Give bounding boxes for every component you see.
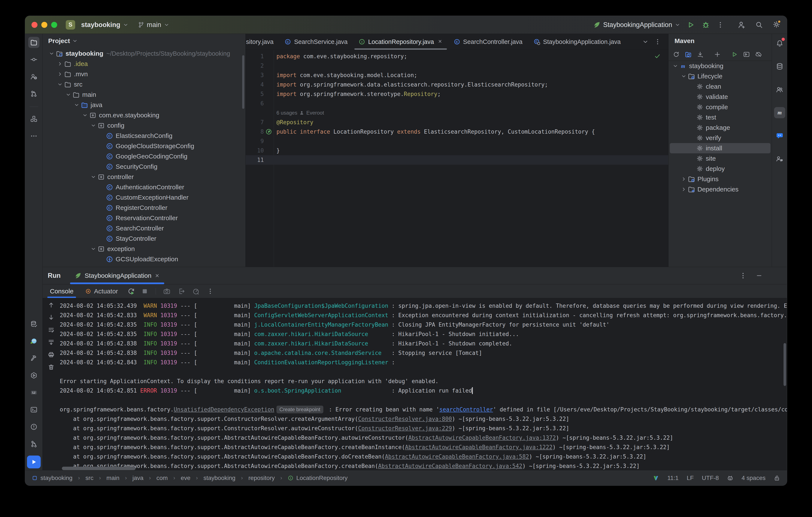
run-button[interactable] bbox=[687, 21, 695, 29]
hide-tool-window-button[interactable] bbox=[756, 272, 762, 279]
project-tree-item-exception[interactable]: exception bbox=[42, 244, 245, 254]
chevron-down-icon[interactable] bbox=[56, 82, 64, 87]
status-item[interactable]: 11:1 bbox=[667, 475, 678, 482]
project-tree-item-RegisterController[interactable]: CRegisterController bbox=[42, 203, 245, 213]
tab-console[interactable]: Console bbox=[48, 284, 76, 298]
console-link[interactable]: AbstractAutowireCapableBeanFactory.java:… bbox=[408, 435, 556, 441]
maven-folder-refresh-button[interactable] bbox=[685, 51, 692, 58]
breadcrumb-item-LocationRepository[interactable]: ILocationRepository bbox=[288, 475, 348, 482]
tool-window-button-collaboration[interactable] bbox=[774, 84, 785, 95]
inspections-ok-icon[interactable] bbox=[654, 53, 661, 60]
project-tree-item-mvn[interactable]: .mvn bbox=[42, 69, 245, 79]
thread-dump-button[interactable] bbox=[163, 288, 170, 295]
search-everywhere-button[interactable] bbox=[755, 21, 763, 29]
maven-item-Plugins[interactable]: Plugins bbox=[670, 174, 771, 184]
maven-item-deploy[interactable]: deploy bbox=[670, 164, 771, 174]
console-arrow-up-button[interactable] bbox=[48, 301, 55, 308]
maven-item-compile[interactable]: compile bbox=[670, 102, 771, 112]
project-tree-item-controller[interactable]: controller bbox=[42, 172, 245, 182]
status-item[interactable]: 4 spaces bbox=[742, 475, 765, 482]
editor-tab-StaybookingApplicationjava[interactable]: CStaybookingApplication.java bbox=[528, 34, 626, 50]
export-button[interactable] bbox=[178, 288, 185, 295]
console-arrow-down-button[interactable] bbox=[48, 314, 55, 321]
chevron-down-icon[interactable] bbox=[89, 123, 97, 128]
maven-item-test[interactable]: test bbox=[670, 112, 771, 122]
spring-bean-icon[interactable] bbox=[265, 128, 272, 135]
chevron-down-icon[interactable] bbox=[89, 246, 97, 252]
maven-cloud-off-button[interactable] bbox=[755, 51, 762, 58]
tool-window-button-build-hammer[interactable] bbox=[28, 353, 39, 364]
maven-item-staybooking[interactable]: mstaybooking bbox=[670, 61, 771, 71]
status-item[interactable]: LF bbox=[687, 475, 694, 482]
maven-item-install[interactable]: install bbox=[670, 143, 771, 153]
robot-icon[interactable] bbox=[727, 475, 733, 481]
console-scroll-end-button[interactable] bbox=[48, 339, 55, 346]
code-author-hint[interactable]: Everoot bbox=[306, 110, 324, 116]
project-tree-item-ElasticsearchConfig[interactable]: CElasticsearchConfig bbox=[42, 131, 245, 141]
project-scrollbar[interactable] bbox=[242, 55, 244, 109]
maven-download-button[interactable] bbox=[697, 51, 704, 58]
chevron-down-icon[interactable] bbox=[72, 102, 81, 108]
status-item[interactable]: UTF-8 bbox=[702, 475, 719, 482]
code-line-5[interactable]: 5import org.springframework.stereotype.R… bbox=[245, 89, 668, 99]
run-tool-window-button[interactable] bbox=[27, 456, 41, 468]
project-panel-header[interactable]: Project bbox=[42, 34, 245, 48]
project-tree-item-config[interactable]: config bbox=[42, 120, 245, 131]
console-options-button[interactable] bbox=[207, 288, 214, 295]
code-line-4[interactable]: 4import org.springframework.data.elastic… bbox=[245, 80, 668, 89]
run-session-tab[interactable]: StaybookingApplication bbox=[70, 267, 164, 284]
vim-icon[interactable] bbox=[653, 475, 659, 481]
tool-window-button-services[interactable] bbox=[28, 370, 39, 381]
maven-panel-header[interactable]: Maven bbox=[669, 34, 772, 48]
chevron-down-icon[interactable] bbox=[642, 38, 648, 45]
project-tree-item-idea[interactable]: .idea bbox=[42, 59, 245, 69]
breadcrumb-item-eve[interactable]: eve bbox=[181, 475, 191, 482]
more-vertical-icon[interactable] bbox=[654, 38, 661, 45]
breadcrumb-item-repository[interactable]: repository bbox=[249, 475, 275, 482]
breadcrumb-item-java[interactable]: java bbox=[132, 475, 143, 482]
tool-window-button-git-branch[interactable] bbox=[28, 438, 39, 450]
console-link[interactable]: AbstractAutowireCapableBeanFactory.java:… bbox=[378, 463, 522, 469]
code-line-10[interactable]: 10} bbox=[245, 146, 668, 155]
close-icon[interactable] bbox=[154, 273, 160, 279]
vcs-branch-widget[interactable]: main bbox=[138, 21, 169, 29]
maven-item-clean[interactable]: clean bbox=[670, 81, 771, 92]
code-line-11[interactable]: 11 bbox=[245, 155, 668, 165]
project-widget[interactable]: S staybooking bbox=[66, 20, 128, 30]
project-tree-item-GoogleGeoCodingConfig[interactable]: CGoogleGeoCodingConfig bbox=[42, 151, 245, 162]
project-tree-item-SearchController[interactable]: CSearchController bbox=[42, 223, 245, 233]
code-with-me-button[interactable] bbox=[738, 21, 746, 29]
code-line-1[interactable]: 1package com.eve.staybooking.repository; bbox=[245, 52, 668, 61]
editor-tab-SearchServicejava[interactable]: CSearchService.java bbox=[279, 34, 353, 50]
console-clear-button[interactable] bbox=[48, 364, 55, 371]
tool-window-button-problems[interactable] bbox=[28, 421, 39, 432]
close-window-button[interactable] bbox=[31, 22, 37, 28]
chevron-right-icon[interactable] bbox=[56, 71, 64, 77]
tool-window-button-user-question[interactable]: ? bbox=[28, 71, 39, 82]
breadcrumb-item-staybooking[interactable]: staybooking bbox=[32, 475, 72, 482]
console[interactable]: 2024-08-02 14:05:32.439 WARN 10319 --- [… bbox=[42, 298, 787, 470]
console-link[interactable]: searchController bbox=[439, 406, 493, 413]
chevron-down-icon[interactable] bbox=[47, 51, 56, 56]
code-line-3[interactable]: 3import com.eve.staybooking.model.Locati… bbox=[245, 70, 668, 80]
tool-window-button-project-folder[interactable] bbox=[28, 37, 39, 48]
project-tree-item-ReservationController[interactable]: CReservationController bbox=[42, 213, 245, 223]
console-soft-wrap-button[interactable] bbox=[48, 326, 55, 333]
unlock-icon[interactable] bbox=[774, 475, 780, 481]
editor-tab-sitoryjava[interactable]: sitory.java bbox=[245, 34, 279, 50]
maven-item-validate[interactable]: validate bbox=[670, 92, 771, 102]
chevron-down-icon[interactable] bbox=[680, 74, 688, 79]
editor[interactable]: 1package com.eve.staybooking.repository;… bbox=[245, 50, 668, 267]
project-tree-item-GoogleCloudStorageConfig[interactable]: CGoogleCloudStorageConfig bbox=[42, 141, 245, 151]
more-actions-button[interactable] bbox=[717, 21, 724, 28]
close-icon[interactable] bbox=[437, 38, 443, 46]
editor-tab-LocationRepositoryjava[interactable]: ILocationRepository.java bbox=[353, 34, 448, 50]
code-line-8[interactable]: 8public interface LocationRepository ext… bbox=[245, 127, 668, 137]
chevron-down-icon[interactable] bbox=[671, 63, 679, 69]
project-tree-item-java[interactable]: java bbox=[42, 100, 245, 110]
tool-window-button-commit[interactable] bbox=[28, 54, 39, 65]
maven-terminal-play-button[interactable] bbox=[743, 51, 750, 58]
chevron-right-icon[interactable] bbox=[680, 186, 688, 192]
maven-item-Lifecycle[interactable]: Lifecycle bbox=[670, 71, 771, 81]
rerun-button[interactable] bbox=[127, 287, 135, 295]
